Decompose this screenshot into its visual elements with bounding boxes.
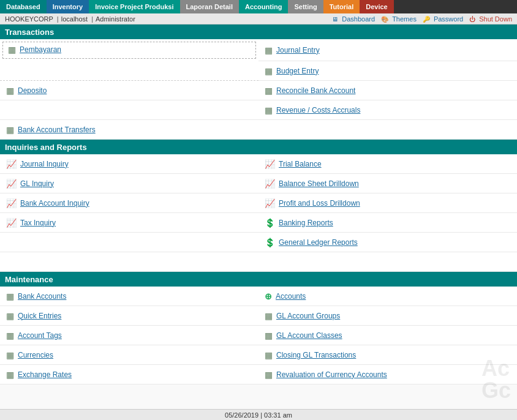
bank-inquiry-link[interactable]: Bank Account Inquiry [20, 199, 89, 208]
maintenance-grid: ▦ Bank Accounts ⊕ Accounts ▦ Quick Entri… [0, 287, 517, 384]
list-item[interactable]: ▦ Quick Entries [0, 306, 258, 326]
journal-inquiry-link[interactable]: Journal Inquiry [20, 160, 69, 168]
list-item[interactable]: 📈 Bank Account Inquiry [0, 193, 258, 213]
deposito-link[interactable]: Deposito [18, 86, 47, 95]
list-item[interactable]: ▦ GL Account Classes [258, 326, 517, 345]
closing-gl-icon: ▦ [265, 350, 273, 360]
bank-inquiry-icon: 📈 [6, 198, 17, 208]
gl-classes-link[interactable]: GL Account Classes [276, 331, 342, 340]
bank-accounts-link[interactable]: Bank Accounts [18, 292, 66, 301]
list-item[interactable]: ▦ Budget Entry [258, 61, 517, 81]
tax-inquiry-icon: 📈 [6, 218, 17, 228]
nav-accounting[interactable]: Accounting [239, 0, 289, 13]
user-name: Administrator [96, 15, 135, 23]
revaluation-icon: ▦ [265, 370, 273, 380]
list-item[interactable]: 📈 Tax Inquiry [0, 213, 258, 233]
list-item[interactable]: ▦ Account Tags [0, 326, 258, 345]
list-item[interactable]: ▦ Revenue / Costs Accruals [258, 100, 517, 120]
account-tags-link[interactable]: Account Tags [18, 331, 62, 340]
revenue-link[interactable]: Revenue / Costs Accruals [276, 106, 360, 114]
nav-laporan-detail[interactable]: Laporan Detail [180, 0, 239, 13]
list-item[interactable]: ▦ Exchange Rates [0, 365, 258, 384]
bank-transfer-link[interactable]: Bank Account Transfers [18, 126, 96, 134]
list-item[interactable]: ▦ Revaluation of Currency Accounts [258, 365, 517, 384]
inquiries-grid: 📈 Journal Inquiry 📈 Trial Balance 📈 GL I… [0, 154, 517, 272]
list-item[interactable]: ▦ Bank Account Transfers [0, 120, 258, 140]
list-item[interactable]: 📈 Profit and Loss Drilldown [258, 193, 517, 213]
list-item[interactable]: ▦ GL Account Groups [258, 306, 517, 326]
shutdown-btn[interactable]: ⏻ Shut Down [469, 15, 515, 23]
banking-reports-icon: 💲 [265, 218, 275, 228]
list-item[interactable]: ▦ Pembayaran [2, 42, 256, 59]
profit-loss-icon: 📈 [265, 198, 275, 208]
gl-groups-link[interactable]: GL Account Groups [276, 312, 340, 320]
balance-sheet-icon: 📈 [265, 179, 275, 189]
nav-tutorial[interactable]: Tutorial [323, 0, 360, 13]
accounts-link[interactable]: Accounts [276, 292, 306, 301]
accounts-icon: ⊕ [265, 291, 272, 301]
themes-btn[interactable]: 🎨 Themes [381, 15, 419, 23]
nav-invoice-project[interactable]: Invoice Project Produksi [89, 0, 179, 13]
budget-entry-link[interactable]: Budget Entry [276, 67, 319, 75]
list-item[interactable]: 📈 Journal Inquiry [0, 154, 258, 174]
address-bar: HOOKEYCORP | localhost | Administrator 🖥… [0, 13, 517, 24]
nav-device[interactable]: Device [360, 0, 393, 13]
password-icon: 🔑 [423, 16, 430, 23]
gl-groups-icon: ▦ [265, 311, 273, 321]
exchange-rates-link[interactable]: Exchange Rates [18, 370, 72, 379]
gl-inquiry-link[interactable]: GL Inquiry [20, 179, 54, 188]
gl-reports-link[interactable]: General Ledger Reports [279, 238, 358, 247]
revaluation-link[interactable]: Revaluation of Currency Accounts [276, 370, 387, 379]
closing-gl-link[interactable]: Closing GL Transactions [276, 351, 356, 359]
list-item[interactable]: ▦ Currencies [0, 345, 258, 365]
journal-inquiry-icon: 📈 [6, 159, 17, 169]
list-item[interactable]: ▦ Journal Entry [258, 39, 517, 61]
currencies-icon: ▦ [6, 350, 14, 360]
balance-sheet-link[interactable]: Balance Sheet Drilldown [279, 179, 359, 188]
empty-cell [0, 100, 258, 120]
list-item[interactable]: ▦ Reconcile Bank Account [258, 81, 517, 100]
transactions-grid: ▦ Pembayaran ▦ Journal Entry ▦ Budget En… [0, 39, 517, 140]
top-actions: 🖥 Dashboard 🎨 Themes 🔑 Password ⏻ Shut D… [332, 13, 515, 24]
list-item[interactable]: ▦ Closing GL Transactions [258, 345, 517, 365]
journal-entry-link[interactable]: Journal Entry [276, 46, 320, 54]
list-item[interactable]: ⊕ Accounts [258, 287, 517, 306]
list-item[interactable]: 📈 Trial Balance [258, 154, 517, 174]
banking-reports-link[interactable]: Banking Reports [279, 219, 333, 227]
nav-inventory[interactable]: Inventory [47, 0, 89, 13]
gl-inquiry-icon: 📈 [6, 179, 17, 189]
pembayaran-link[interactable]: Pembayaran [20, 45, 61, 54]
transactions-header: Transactions [0, 24, 517, 39]
maintenance-header: Maintenance [0, 272, 517, 287]
main-content: Transactions ▦ Pembayaran ▦ Journal Entr… [0, 24, 517, 409]
list-item[interactable]: 💲 Banking Reports [258, 213, 517, 233]
quick-entries-link[interactable]: Quick Entries [18, 312, 61, 320]
list-item[interactable]: ▦ Deposito [0, 81, 258, 100]
dashboard-btn[interactable]: 🖥 Dashboard [332, 15, 377, 23]
list-item[interactable]: 💲 General Ledger Reports [258, 233, 517, 252]
nav-databased[interactable]: Databased [0, 0, 47, 13]
list-item[interactable]: ▦ Bank Accounts [0, 287, 258, 306]
empty-cell [0, 61, 258, 81]
reconcile-icon: ▦ [265, 86, 273, 96]
account-tags-icon: ▦ [6, 331, 14, 340]
revenue-icon: ▦ [265, 105, 273, 115]
budget-entry-icon: ▦ [265, 66, 273, 76]
currencies-link[interactable]: Currencies [18, 351, 53, 359]
list-item[interactable]: 📈 GL Inquiry [0, 174, 258, 193]
gl-classes-icon: ▦ [265, 331, 273, 340]
inquiries-header: Inquiries and Reports [0, 140, 517, 154]
tax-inquiry-link[interactable]: Tax Inquiry [20, 219, 56, 227]
company-name: HOOKEYCORP [5, 15, 53, 23]
reconcile-link[interactable]: Reconcile Bank Account [276, 86, 355, 95]
bank-transfer-icon: ▦ [6, 125, 14, 135]
profit-loss-link[interactable]: Profit and Loss Drilldown [279, 199, 360, 208]
empty-cell [0, 233, 258, 252]
trial-balance-link[interactable]: Trial Balance [279, 160, 322, 168]
shutdown-icon: ⏻ [469, 16, 475, 23]
nav-setting[interactable]: Setting [288, 0, 323, 13]
list-item[interactable]: 📈 Balance Sheet Drilldown [258, 174, 517, 193]
dashboard-icon: 🖥 [332, 16, 338, 23]
password-btn[interactable]: 🔑 Password [423, 15, 466, 23]
gl-reports-icon: 💲 [265, 238, 275, 247]
